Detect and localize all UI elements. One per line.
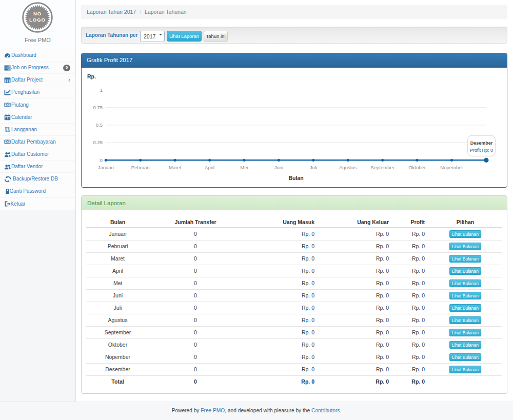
svg-text:Maret: Maret (169, 165, 182, 170)
svg-text:Oktober: Oktober (408, 165, 426, 170)
svg-text:0.75: 0.75 (93, 105, 103, 110)
svg-text:1: 1 (100, 87, 103, 93)
svg-text:0.25: 0.25 (93, 139, 103, 145)
svg-text:LOGO: LOGO (29, 17, 46, 23)
svg-text:Januari: Januari (98, 165, 114, 170)
svg-text:Nopember: Nopember (440, 165, 463, 170)
svg-text:0: 0 (100, 157, 103, 163)
svg-text:Profit Rp: 0: Profit Rp: 0 (470, 148, 493, 153)
svg-text:Agustus: Agustus (339, 165, 357, 170)
svg-text:Desember: Desember (470, 141, 493, 146)
svg-text:Rp.: Rp. (87, 73, 96, 79)
svg-text:September: September (370, 165, 394, 170)
svg-text:Pebruari: Pebruari (131, 165, 150, 170)
svg-text:Mei: Mei (240, 165, 248, 170)
svg-text:0.5: 0.5 (96, 122, 103, 128)
svg-text:NO: NO (33, 11, 42, 16)
svg-text:Bulan: Bulan (288, 175, 303, 181)
svg-text:Juli: Juli (310, 165, 317, 170)
svg-text:April: April (205, 165, 214, 170)
svg-text:Juni: Juni (274, 165, 283, 170)
